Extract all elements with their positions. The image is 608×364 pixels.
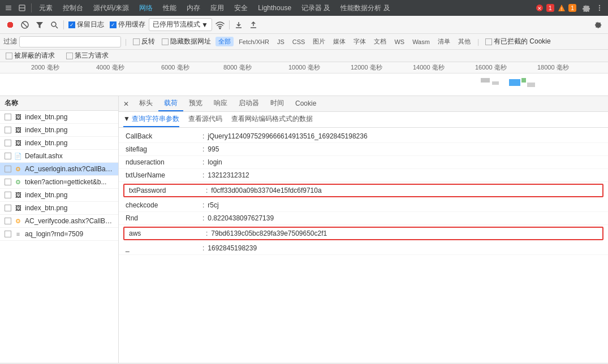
devtools-menu-icon[interactable] — [2, 2, 15, 14]
menu-item-elements[interactable]: 元素 — [35, 2, 57, 14]
file-item-2[interactable]: 🖼 index_btn.png — [0, 137, 118, 150]
sub-tab-query[interactable]: ▼ 查询字符串参数 — [123, 112, 179, 127]
sub-tab-source[interactable]: 查看源代码 — [188, 112, 222, 127]
file-icon-2: 🖼 — [14, 138, 23, 148]
file-check-7[interactable] — [5, 205, 11, 211]
export-button[interactable] — [247, 18, 260, 32]
filter-type-media[interactable]: 媒体 — [330, 37, 348, 46]
main-area: 名称 🖼 index_btn.png 🖼 index_btn.png 🖼 ind… — [0, 96, 608, 363]
menu-item-lighthouse[interactable]: Lighthouse — [253, 2, 296, 14]
file-item-0[interactable]: 🖼 index_btn.png — [0, 111, 118, 124]
filter-type-all[interactable]: 全部 — [215, 37, 234, 46]
tab-headers[interactable]: 标头 — [133, 96, 158, 111]
param-colon-6: : — [202, 214, 204, 222]
param-colon-1: : — [202, 145, 204, 153]
file-name-1: index_btn.png — [25, 126, 114, 134]
sub-tab-query-label: 查询字符串参数 — [132, 115, 179, 123]
filter-type-manifest[interactable]: 清单 — [435, 37, 453, 46]
file-check-6[interactable] — [5, 192, 11, 198]
cookie-check — [485, 38, 492, 45]
file-item-7[interactable]: 🖼 index_btn.png — [0, 202, 118, 215]
menu-item-performance[interactable]: 性能 — [158, 2, 181, 14]
file-icon-3: 📄 — [14, 151, 23, 161]
svg-point-11 — [599, 10, 600, 11]
import-button[interactable] — [232, 18, 245, 32]
file-check-3[interactable] — [5, 153, 11, 159]
tab-initiator[interactable]: 启动器 — [233, 96, 265, 111]
third-party-checkbox[interactable]: 第三方请求 — [64, 51, 111, 60]
file-item-1[interactable]: 🖼 index_btn.png — [0, 124, 118, 137]
file-item-3[interactable]: 📄 Default.ashx — [0, 150, 118, 163]
cookie-checkbox[interactable]: 有已拦截的 Cookie — [483, 37, 553, 46]
menu-item-performance-insights[interactable]: 性能数据分析 及 — [336, 2, 394, 14]
file-name-3: Default.ashx — [25, 152, 114, 160]
svg-point-14 — [51, 22, 56, 27]
file-item-5[interactable]: ⚙ token?action=getticket&b... — [0, 176, 118, 189]
file-icon-4: ⚙ — [14, 164, 23, 174]
tab-response[interactable]: 响应 — [208, 96, 233, 111]
file-check-8[interactable] — [5, 218, 11, 224]
menu-item-memory[interactable]: 内存 — [182, 2, 205, 14]
clear-button[interactable] — [18, 18, 32, 32]
param-key-6: Rnd — [126, 214, 199, 222]
filter-button[interactable] — [33, 18, 46, 32]
menu-item-application[interactable]: 应用 — [206, 2, 228, 14]
file-name-7: index_btn.png — [25, 204, 114, 212]
file-check-5[interactable] — [5, 179, 11, 185]
throttle-dropdown[interactable]: 已停用节流模式 ▼ — [149, 18, 212, 31]
sub-tab-encoded[interactable]: 查看网站编码格式式的数据 — [231, 112, 313, 127]
tab-cookie[interactable]: Cookie — [290, 97, 322, 111]
file-item-4[interactable]: ⚙ AC_userlogin.ashx?CallBac... — [0, 163, 118, 176]
sub-tab-bar: ▼ 查询字符串参数 查看源代码 查看网站编码格式式的数据 — [119, 112, 608, 128]
settings-icon[interactable] — [580, 2, 592, 14]
tab-bar: ✕ 标头 载荷 预览 响应 启动器 时间 Cookie — [119, 96, 608, 112]
filter-input[interactable] — [19, 36, 121, 47]
devtools-dock-icon[interactable] — [16, 2, 28, 14]
filter-type-other[interactable]: 其他 — [455, 37, 473, 46]
file-item-9[interactable]: ≡ aq_login?rnd=7509 — [0, 228, 118, 241]
param-row-7-highlighted: aws : 79bd6139c05bc829fa39e7509650c2f1 — [123, 227, 603, 240]
timeline-content — [0, 73, 608, 96]
menu-item-console[interactable]: 控制台 — [58, 2, 88, 14]
disable-cache-checkbox[interactable]: ✓ 停用缓存 — [107, 20, 148, 29]
file-check-1[interactable] — [5, 127, 11, 133]
record-button[interactable]: ⏺ — [3, 18, 17, 32]
file-item-6[interactable]: 🖼 index_btn.png — [0, 189, 118, 202]
close-detail-button[interactable]: ✕ — [121, 99, 131, 109]
filter-type-js[interactable]: JS — [274, 38, 287, 46]
filter-type-fetch[interactable]: Fetch/XHR — [236, 38, 272, 46]
file-check-0[interactable] — [5, 114, 11, 120]
svg-point-10 — [599, 7, 600, 8]
tick-4: 8000 毫秒 — [223, 63, 252, 72]
filter-type-font[interactable]: 字体 — [351, 37, 369, 46]
file-icon-1: 🖼 — [14, 125, 23, 135]
filter-sep-1: | — [125, 38, 127, 46]
filter-type-ws[interactable]: WS — [391, 38, 407, 46]
file-check-2[interactable] — [5, 140, 11, 146]
menu-item-recorder[interactable]: 记录器 及 — [297, 2, 335, 14]
hide-data-urls-checkbox[interactable]: 隐藏数据网址 — [159, 37, 213, 46]
file-check-4[interactable] — [5, 166, 11, 172]
search-button[interactable] — [48, 18, 61, 32]
filter-type-css[interactable]: CSS — [290, 38, 308, 46]
menu-item-sources[interactable]: 源代码/来源 — [89, 2, 133, 14]
blocked-checkbox[interactable]: 被屏蔽的请求 — [3, 51, 57, 60]
reverse-checkbox[interactable]: 反转 — [131, 37, 157, 46]
filter-type-img[interactable]: 图片 — [310, 37, 328, 46]
file-item-8[interactable]: ⚙ AC_verifycode.ashx?CallBa... — [0, 215, 118, 228]
preserve-log-label: 保留日志 — [77, 20, 104, 29]
filter-type-doc[interactable]: 文档 — [371, 37, 389, 46]
param-key-4: txtPassword — [129, 187, 202, 194]
filter-type-wasm[interactable]: Wasm — [409, 38, 433, 46]
tab-payload[interactable]: 载荷 — [158, 96, 183, 111]
network-settings-button[interactable] — [591, 18, 605, 32]
preserve-log-checkbox[interactable]: ✓ 保留日志 — [66, 20, 106, 29]
more-icon[interactable] — [593, 2, 606, 14]
menu-item-network[interactable]: 网络 — [135, 2, 157, 14]
file-check-9[interactable] — [5, 231, 11, 237]
tab-preview[interactable]: 预览 — [183, 96, 208, 111]
menu-item-security[interactable]: 安全 — [230, 2, 252, 14]
param-value-3: 13212312312 — [208, 171, 249, 179]
tab-timing[interactable]: 时间 — [265, 96, 290, 111]
wifi-icon[interactable] — [213, 18, 227, 32]
